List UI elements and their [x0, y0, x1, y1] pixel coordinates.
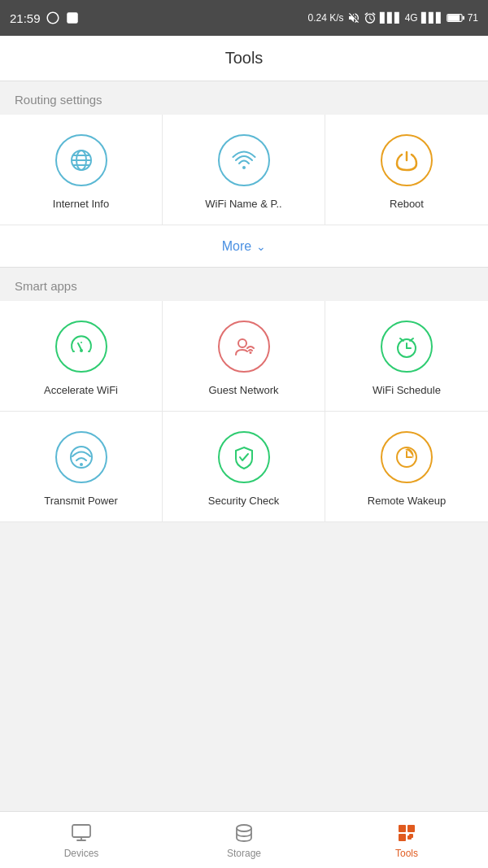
wifi-name-icon-circle	[218, 134, 270, 186]
shield-check-icon	[229, 443, 259, 472]
status-time: 21:59	[10, 11, 41, 25]
nav-storage-label: Storage	[227, 848, 261, 859]
battery-icon	[447, 13, 464, 23]
lte-badge: 4G	[405, 12, 418, 24]
svg-rect-31	[399, 825, 406, 832]
svg-line-20	[400, 338, 403, 341]
signal-bars: ▋▋▋	[380, 12, 402, 24]
svg-rect-3	[447, 15, 460, 20]
nav-tools-label: Tools	[395, 848, 418, 859]
nav-item-devices[interactable]: Devices	[0, 812, 163, 868]
transmit-power-icon-circle	[55, 431, 107, 483]
guest-network-icon-circle	[218, 321, 270, 373]
svg-point-15	[238, 339, 246, 347]
wifi-icon	[229, 146, 259, 175]
grid-item-guest-network[interactable]: Guest Network	[163, 301, 325, 412]
alarm-icon	[364, 11, 377, 24]
grid-item-remote-wakeup[interactable]: Remote Wakeup	[325, 412, 488, 522]
svg-point-30	[237, 825, 251, 831]
remote-wakeup-label: Remote Wakeup	[368, 495, 446, 507]
bottom-nav: Devices Storage Tools	[0, 811, 488, 868]
security-check-icon-circle	[218, 431, 270, 483]
nav-item-tools[interactable]: Tools	[325, 812, 488, 868]
grid-item-wifi-schedule[interactable]: WiFi Schedule	[325, 301, 488, 412]
status-right: 0.24 K/s ▋▋▋ 4G ▋▋▋ 71	[308, 11, 478, 24]
nav-item-storage[interactable]: Storage	[163, 812, 325, 868]
svg-point-22	[80, 463, 83, 466]
monitor-icon	[70, 822, 93, 844]
grid-item-reboot[interactable]: Reboot	[325, 115, 488, 225]
power-icon	[392, 146, 421, 175]
internet-info-label: Internet Info	[53, 198, 109, 210]
routing-settings-label: Routing settings	[0, 81, 488, 115]
wifi-name-label: WiFi Name & P..	[205, 198, 281, 210]
signal-bars-2: ▋▋▋	[421, 12, 443, 24]
guest-network-label: Guest Network	[209, 384, 279, 396]
smart-apps-grid: Accelerate WiFi Guest Network WiFi	[0, 301, 488, 522]
globe-icon	[67, 146, 96, 175]
smart-apps-label: Smart apps	[0, 268, 488, 301]
more-label: More	[222, 239, 251, 254]
reboot-label: Reboot	[390, 198, 424, 210]
svg-point-16	[249, 351, 251, 354]
internet-info-icon-circle	[55, 134, 107, 186]
svg-point-9	[242, 166, 246, 169]
wifi-circle-icon	[67, 443, 96, 472]
header: Tools	[0, 36, 488, 81]
accelerate-wifi-label: Accelerate WiFi	[44, 384, 118, 396]
status-left: 21:59	[10, 11, 80, 25]
accelerate-wifi-icon-circle	[55, 321, 107, 373]
battery-percent: 71	[468, 12, 478, 24]
svg-line-10	[78, 343, 81, 350]
transmit-power-label: Transmit Power	[44, 495, 118, 507]
mute-icon	[347, 11, 360, 24]
security-check-label: Security Check	[208, 495, 279, 507]
skype-icon	[65, 11, 80, 25]
speedometer-icon	[67, 332, 96, 361]
moon-clock-icon	[392, 443, 421, 472]
svg-point-11	[80, 349, 83, 352]
person-wifi-icon	[229, 332, 259, 361]
grid-item-security-check[interactable]: Security Check	[163, 412, 325, 522]
wifi-schedule-label: WiFi Schedule	[373, 384, 441, 396]
chevron-down-icon: ⌄	[256, 240, 266, 253]
grid-item-transmit-power[interactable]: Transmit Power	[0, 412, 163, 522]
svg-rect-27	[72, 825, 90, 837]
grid-item-accelerate-wifi[interactable]: Accelerate WiFi	[0, 301, 163, 412]
network-speed: 0.24 K/s	[308, 12, 344, 24]
svg-rect-0	[67, 12, 78, 24]
clock-alarm-icon	[392, 332, 421, 361]
grid-item-internet-info[interactable]: Internet Info	[0, 115, 163, 225]
svg-line-21	[410, 338, 413, 341]
more-button[interactable]: More ⌄	[0, 225, 488, 268]
wifi-schedule-icon-circle	[381, 321, 433, 373]
snapchat-icon	[46, 11, 60, 25]
routing-settings-grid: Internet Info WiFi Name & P.. Reboot	[0, 115, 488, 225]
svg-rect-35	[407, 835, 412, 840]
storage-icon	[233, 822, 255, 844]
status-bar: 21:59 0.24 K/s ▋▋▋ 4G ▋▋▋ 71	[0, 0, 488, 36]
nav-devices-label: Devices	[64, 848, 99, 859]
svg-rect-32	[407, 825, 415, 832]
grid-item-wifi-name[interactable]: WiFi Name & P..	[163, 115, 325, 225]
remote-wakeup-icon-circle	[381, 431, 433, 483]
svg-rect-33	[399, 834, 406, 841]
svg-rect-2	[462, 16, 464, 20]
page-title: Tools	[225, 49, 264, 68]
apps-icon	[395, 822, 418, 844]
reboot-icon-circle	[381, 134, 433, 186]
